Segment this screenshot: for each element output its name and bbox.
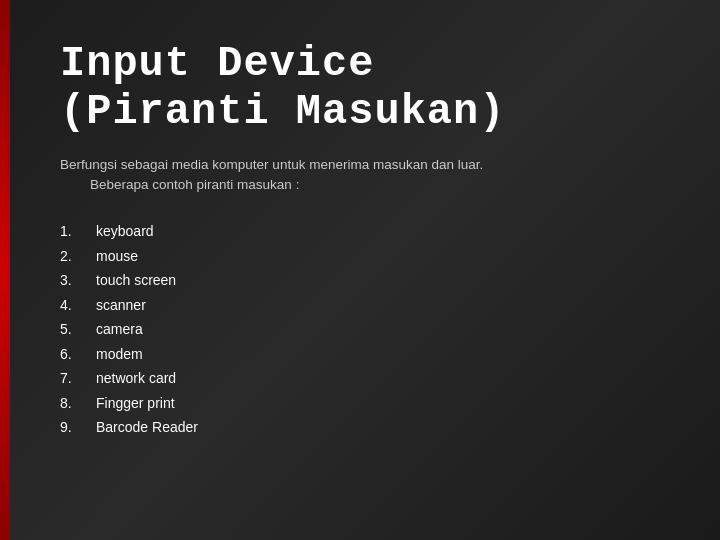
list-text: mouse xyxy=(96,244,138,269)
slide-title: Input Device (Piranti Masukan) xyxy=(60,40,670,137)
list-text: network card xyxy=(96,366,176,391)
list-text: scanner xyxy=(96,293,146,318)
list-text: Barcode Reader xyxy=(96,415,198,440)
content-area: Input Device (Piranti Masukan) Berfungsi… xyxy=(10,0,720,540)
list-text: Fingger print xyxy=(96,391,175,416)
list-number: 9. xyxy=(60,415,96,440)
list-item: 1.keyboard xyxy=(60,219,670,244)
list-number: 4. xyxy=(60,293,96,318)
list-item: 2.mouse xyxy=(60,244,670,269)
list-number: 1. xyxy=(60,219,96,244)
title-line2: (Piranti Masukan) xyxy=(60,88,505,136)
list-text: camera xyxy=(96,317,143,342)
list-item: 3.touch screen xyxy=(60,268,670,293)
slide-subtitle: Berfungsi sebagai media komputer untuk m… xyxy=(60,155,670,196)
list-text: modem xyxy=(96,342,143,367)
list-text: keyboard xyxy=(96,219,154,244)
list-item: 5.camera xyxy=(60,317,670,342)
list-item: 6.modem xyxy=(60,342,670,367)
list-text: touch screen xyxy=(96,268,176,293)
slide-container: Input Device (Piranti Masukan) Berfungsi… xyxy=(0,0,720,540)
list-number: 6. xyxy=(60,342,96,367)
title-line1: Input Device xyxy=(60,40,374,88)
subtitle-line2: Beberapa contoh piranti masukan : xyxy=(60,175,670,195)
device-list: 1.keyboard2.mouse3.touch screen4.scanner… xyxy=(60,219,670,440)
list-number: 3. xyxy=(60,268,96,293)
list-item: 4.scanner xyxy=(60,293,670,318)
list-item: 8.Fingger print xyxy=(60,391,670,416)
list-number: 8. xyxy=(60,391,96,416)
list-number: 5. xyxy=(60,317,96,342)
list-number: 2. xyxy=(60,244,96,269)
left-accent-bar xyxy=(0,0,10,540)
subtitle-line1: Berfungsi sebagai media komputer untuk m… xyxy=(60,157,483,172)
list-item: 9.Barcode Reader xyxy=(60,415,670,440)
list-number: 7. xyxy=(60,366,96,391)
list-item: 7.network card xyxy=(60,366,670,391)
